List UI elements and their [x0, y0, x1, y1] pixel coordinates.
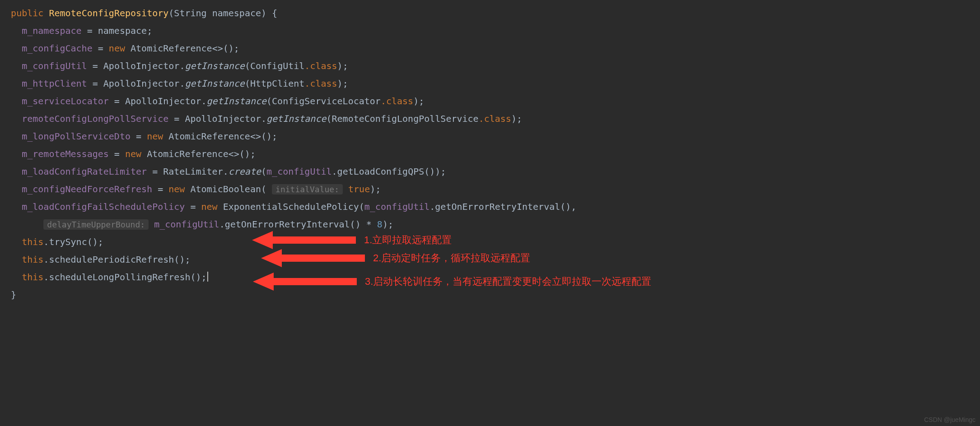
class-remoteconfiglongpollservice: RemoteConfigLongPollService [332, 113, 479, 124]
literal-8: 8 [377, 219, 383, 230]
code-block: public RemoteConfigRepository(String nam… [0, 0, 980, 304]
constructor-name: RemoteConfigRepository [49, 8, 168, 19]
watermark: CSDN @jueMingc [924, 416, 975, 423]
field-configCache: m_configCache [22, 43, 93, 54]
class-httpclient: HttpClient [250, 78, 304, 89]
field-remoteConfigLongPollService: remoteConfigLongPollService [22, 113, 168, 124]
class-configservicelocator: ConfigServiceLocator [272, 96, 381, 106]
field-configNeedForceRefresh: m_configNeedForceRefresh [22, 184, 152, 194]
class-apolloinjector: ApolloInjector [103, 60, 180, 71]
field-loadConfigFailSchedulePolicy: m_loadConfigFailSchedulePolicy [22, 201, 185, 212]
class-exponentialschedulepolicy: ExponentialSchedulePolicy [223, 201, 359, 212]
var-namespace: namespace [98, 25, 147, 36]
field-remoteMessages: m_remoteMessages [22, 148, 109, 159]
hint-delaytimeupperbound: delayTimeUpperBound: [43, 219, 149, 230]
literal-true: true [348, 184, 370, 194]
field-httpClient: m_httpClient [22, 78, 87, 89]
method-getonerrorretryinterval: getOnErrorRetryInterval() [435, 201, 571, 212]
param-type: String [174, 8, 206, 19]
method-create: create [229, 166, 261, 177]
field-loadConfigRateLimiter: m_loadConfigRateLimiter [22, 166, 147, 177]
method-schedulelongpollingrefresh: scheduleLongPollingRefresh() [49, 272, 201, 282]
param-name: namespace [212, 8, 261, 19]
class-ratelimiter: RateLimiter [163, 166, 223, 177]
text-cursor [207, 272, 208, 282]
field-serviceLocator: m_serviceLocator [22, 96, 109, 106]
keyword-new: new [109, 43, 125, 54]
method-getinstance: getInstance [185, 60, 244, 71]
field-configUtil: m_configUtil [22, 60, 87, 71]
keyword-public: public [11, 8, 43, 19]
method-trysync: trySync() [49, 236, 98, 247]
field-namespace: m_namespace [22, 25, 81, 36]
field-longPollServiceDto: m_longPollServiceDto [22, 131, 131, 142]
keyword-class: .class [304, 60, 337, 71]
class-atomicboolean: AtomicBoolean [190, 184, 261, 194]
keyword-this: this [22, 236, 43, 247]
type-atomicreference: AtomicReference<>() [131, 43, 234, 54]
class-configutil: ConfigUtil [250, 60, 304, 71]
hint-initialvalue: initialValue: [272, 184, 343, 194]
method-scheduleperiodicrefresh: schedulePeriodicRefresh() [49, 254, 185, 265]
brace-open: { [266, 8, 277, 19]
method-getloadconfigqps: getLoadConfigQPS() [337, 166, 435, 177]
